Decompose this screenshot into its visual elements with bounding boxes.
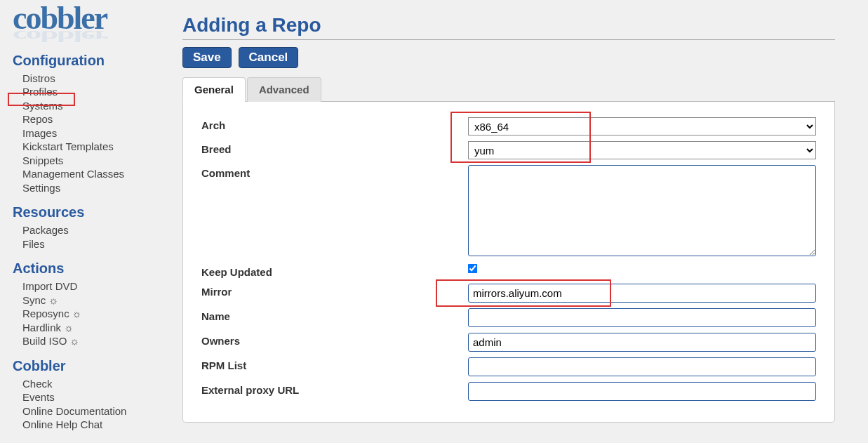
comment-textarea[interactable]: [468, 165, 816, 256]
page-title: Adding a Repo: [182, 14, 835, 37]
sidebar-item-online-documentation[interactable]: Online Documentation: [22, 404, 175, 418]
sidebar-item-events[interactable]: Events: [22, 390, 175, 404]
sidebar-item-kickstart-templates[interactable]: Kickstart Templates: [22, 140, 175, 154]
sidebar-item-settings[interactable]: Settings: [22, 181, 175, 195]
breed-select[interactable]: yum: [468, 141, 816, 159]
mirror-input[interactable]: [468, 284, 816, 303]
sidebar: cobbler cobbler Configuration Distros Pr…: [0, 0, 182, 439]
sidebar-item-import-dvd[interactable]: Import DVD: [22, 279, 175, 293]
cancel-button[interactable]: Cancel: [239, 47, 299, 68]
divider: [182, 39, 835, 40]
sidebar-item-images[interactable]: Images: [22, 126, 175, 140]
sidebar-item-repos[interactable]: Repos: [22, 112, 175, 126]
label-breed: Breed: [201, 141, 468, 155]
sidebar-item-reposync[interactable]: Reposync ☼: [22, 307, 175, 321]
tab-general[interactable]: General: [182, 77, 246, 102]
sidebar-item-management-classes[interactable]: Management Classes: [22, 167, 175, 181]
sidebar-item-distros[interactable]: Distros: [22, 72, 175, 86]
arch-select[interactable]: x86_64: [468, 117, 816, 135]
sidebar-item-check[interactable]: Check: [22, 377, 175, 391]
label-proxy: External proxy URL: [201, 382, 468, 396]
name-input[interactable]: [468, 308, 816, 327]
nav-section-resources: Resources: [13, 204, 175, 220]
label-name: Name: [201, 308, 468, 322]
sidebar-item-hardlink[interactable]: Hardlink ☼: [22, 321, 175, 335]
label-owners: Owners: [201, 333, 468, 347]
label-keep-updated: Keep Updated: [201, 264, 468, 278]
label-arch: Arch: [201, 117, 468, 131]
rpm-list-input[interactable]: [468, 357, 816, 376]
sidebar-item-build-iso[interactable]: Build ISO ☼: [22, 334, 175, 348]
label-rpm-list: RPM List: [201, 357, 468, 371]
sidebar-item-sync[interactable]: Sync ☼: [22, 293, 175, 308]
sidebar-item-snippets[interactable]: Snippets: [22, 154, 175, 168]
owners-input[interactable]: [468, 333, 816, 352]
keep-updated-checkbox[interactable]: [468, 264, 478, 274]
form-panel: Arch x86_64 Breed yum Comment: [182, 102, 835, 423]
sidebar-item-packages[interactable]: Packages: [22, 223, 175, 237]
sidebar-item-online-help-chat[interactable]: Online Help Chat: [22, 418, 175, 432]
tab-advanced[interactable]: Advanced: [247, 77, 321, 102]
label-mirror: Mirror: [201, 284, 468, 298]
nav-section-actions: Actions: [13, 260, 175, 277]
save-button[interactable]: Save: [182, 47, 232, 68]
proxy-input[interactable]: [468, 382, 816, 401]
nav-section-cobbler: Cobbler: [13, 358, 175, 374]
main-content: Adding a Repo Save Cancel General Advanc…: [182, 0, 856, 439]
sidebar-item-files[interactable]: Files: [22, 237, 175, 251]
sidebar-item-systems[interactable]: Systems: [22, 99, 175, 113]
nav-section-configuration: Configuration: [13, 53, 175, 69]
logo: cobbler cobbler: [13, 7, 175, 43]
sidebar-item-profiles[interactable]: Profiles: [22, 85, 175, 99]
label-comment: Comment: [201, 165, 468, 179]
tabs: General Advanced: [182, 77, 835, 102]
